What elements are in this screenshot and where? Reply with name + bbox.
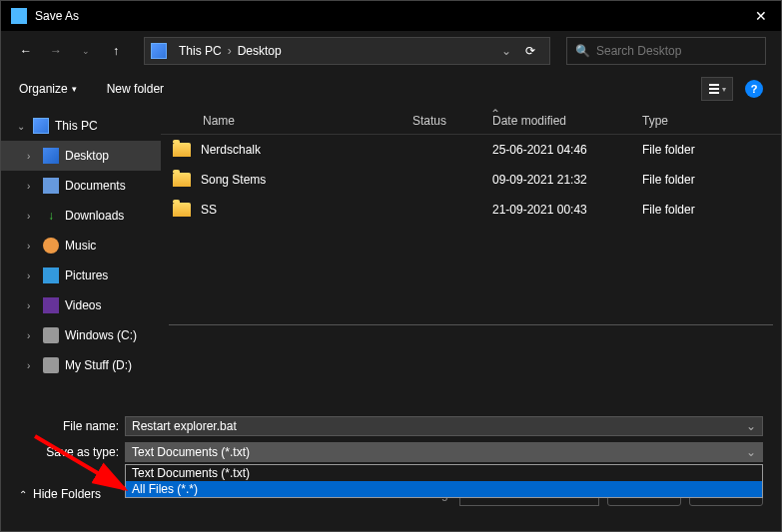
column-name[interactable]: Name <box>173 114 412 128</box>
file-type: File folder <box>642 173 695 187</box>
view-options-button[interactable]: ▾ <box>701 77 733 101</box>
organize-label: Organize <box>19 82 68 96</box>
expand-icon[interactable]: › <box>27 211 37 222</box>
file-row[interactable]: Song Stems 09-09-2021 21:32 File folder <box>161 165 781 195</box>
pictures-icon <box>43 267 59 283</box>
tree-label: Music <box>65 239 96 253</box>
file-list: Name ⌃ Status Date modified Type Nerdsch… <box>161 107 781 406</box>
drive-icon <box>43 327 59 343</box>
organize-button[interactable]: Organize ▾ <box>19 82 77 96</box>
savetype-select[interactable]: Text Documents (*.txt) ⌄ <box>125 442 763 462</box>
up-button[interactable]: ↑ <box>106 44 126 58</box>
list-view-icon <box>709 84 719 94</box>
expand-icon[interactable]: › <box>27 151 37 162</box>
music-icon <box>43 238 59 254</box>
tree-label: Documents <box>65 179 126 193</box>
documents-icon <box>43 178 59 194</box>
file-name: Song Stems <box>201 173 412 187</box>
expand-icon[interactable]: › <box>27 270 37 281</box>
collapse-icon[interactable]: ⌄ <box>17 121 27 132</box>
search-box[interactable]: 🔍 <box>566 37 766 65</box>
pc-icon <box>151 43 167 59</box>
window-title: Save As <box>35 9 751 23</box>
breadcrumb-pc[interactable]: This PC <box>175 44 226 58</box>
column-date[interactable]: Date modified <box>492 114 642 128</box>
refresh-button[interactable]: ⟳ <box>517 44 543 58</box>
column-headers: Name ⌃ Status Date modified Type <box>161 107 781 135</box>
expand-icon[interactable]: › <box>27 241 37 252</box>
tree-item-drive-d[interactable]: › My Stuff (D:) <box>1 350 161 380</box>
chevron-down-icon[interactable]: ⌄ <box>746 445 756 459</box>
tree-item-drive-c[interactable]: › Windows (C:) <box>1 320 161 350</box>
tree-label: Videos <box>65 298 101 312</box>
downloads-icon: ↓ <box>43 208 59 224</box>
expand-icon[interactable]: › <box>27 360 37 371</box>
expand-icon[interactable]: › <box>27 300 37 311</box>
savetype-dropdown: Text Documents (*.txt) All Files (*.*) <box>125 464 763 498</box>
file-row[interactable]: Nerdschalk 25-06-2021 04:46 File folder <box>161 135 781 165</box>
tree-label: Windows (C:) <box>65 328 137 342</box>
sort-indicator-icon: ⌃ <box>490 107 500 121</box>
tree-label: Desktop <box>65 149 109 163</box>
save-form: File name: Restart explorer.bat ⌄ Save a… <box>1 406 781 478</box>
search-input[interactable] <box>596 44 757 58</box>
close-button[interactable]: ✕ <box>751 8 771 24</box>
file-row[interactable]: SS 21-09-2021 00:43 File folder <box>161 195 781 225</box>
videos-icon <box>43 297 59 313</box>
tree-label: This PC <box>55 119 98 133</box>
forward-button[interactable]: → <box>46 44 66 58</box>
new-folder-button[interactable]: New folder <box>107 82 164 96</box>
savetype-option-txt[interactable]: Text Documents (*.txt) <box>126 465 762 481</box>
file-type: File folder <box>642 203 695 217</box>
chevron-right-icon: › <box>226 44 234 58</box>
tree-item-this-pc[interactable]: ⌄ This PC <box>1 111 161 141</box>
tree-item-downloads[interactable]: › ↓ Downloads <box>1 201 161 231</box>
file-date: 21-09-2021 00:43 <box>492 203 642 217</box>
hide-folders-label: Hide Folders <box>33 487 101 501</box>
savetype-value: Text Documents (*.txt) <box>132 445 250 459</box>
tree-label: Downloads <box>65 209 124 223</box>
file-type: File folder <box>642 143 695 157</box>
tree-label: My Stuff (D:) <box>65 358 132 372</box>
folder-icon <box>173 203 191 217</box>
expand-icon[interactable]: › <box>27 330 37 341</box>
toolbar: Organize ▾ New folder ▾ ? <box>1 71 781 107</box>
address-dropdown-icon[interactable]: ⌄ <box>495 44 517 58</box>
column-status[interactable]: Status <box>412 114 492 128</box>
savetype-option-all[interactable]: All Files (*.*) <box>126 481 762 497</box>
file-name: Nerdschalk <box>201 143 412 157</box>
savetype-label: Save as type: <box>19 445 125 459</box>
file-name: SS <box>201 203 412 217</box>
recent-dropdown[interactable]: ⌄ <box>76 46 96 56</box>
tree-item-pictures[interactable]: › Pictures <box>1 261 161 290</box>
hide-folders-button[interactable]: ⌃ Hide Folders <box>19 487 101 501</box>
chevron-down-icon[interactable]: ⌄ <box>746 419 756 433</box>
titlebar: Save As ✕ <box>1 1 781 31</box>
expand-icon[interactable]: › <box>27 181 37 192</box>
help-button[interactable]: ? <box>745 80 763 98</box>
tree-item-documents[interactable]: › Documents <box>1 171 161 201</box>
folder-icon <box>173 173 191 187</box>
file-date: 25-06-2021 04:46 <box>492 143 642 157</box>
chevron-down-icon: ▾ <box>72 84 77 94</box>
app-icon <box>11 8 27 24</box>
filename-value: Restart explorer.bat <box>132 419 237 433</box>
tree-item-desktop[interactable]: › Desktop <box>1 141 161 171</box>
back-button[interactable]: ← <box>16 44 36 58</box>
folder-icon <box>173 143 191 157</box>
file-date: 09-09-2021 21:32 <box>492 173 642 187</box>
desktop-icon <box>43 148 59 164</box>
tree-label: Pictures <box>65 268 108 282</box>
chevron-down-icon: ▾ <box>722 85 726 94</box>
address-bar[interactable]: This PC › Desktop ⌄ ⟳ <box>144 37 550 65</box>
filename-input[interactable]: Restart explorer.bat ⌄ <box>125 416 763 436</box>
chevron-up-icon: ⌃ <box>19 489 27 500</box>
navigation-tree: ⌄ This PC › Desktop › Documents › ↓ Down… <box>1 107 161 406</box>
drive-icon <box>43 357 59 373</box>
tree-item-videos[interactable]: › Videos <box>1 290 161 320</box>
search-icon: 🔍 <box>575 44 590 58</box>
filename-label: File name: <box>19 419 125 433</box>
column-type[interactable]: Type <box>642 114 742 128</box>
tree-item-music[interactable]: › Music <box>1 231 161 261</box>
breadcrumb-location[interactable]: Desktop <box>234 44 286 58</box>
